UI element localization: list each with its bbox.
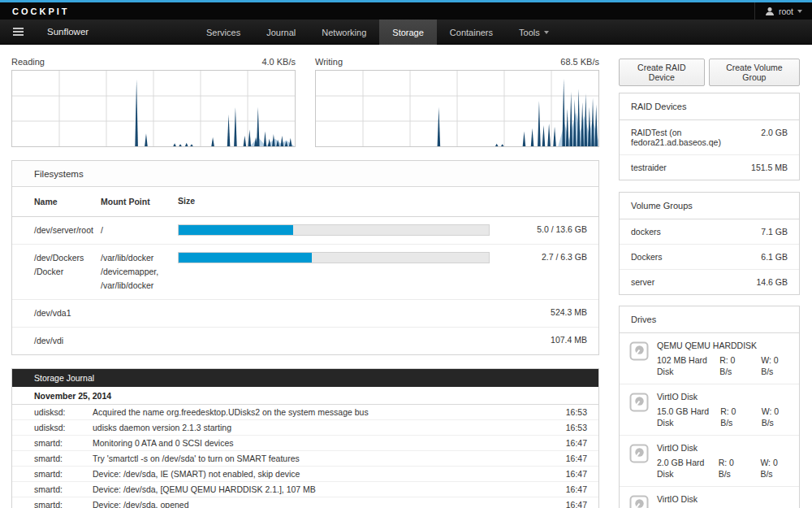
raid-device-row[interactable]: testraider 151.5 MB — [620, 155, 799, 180]
filesystems-title: Filesystems — [12, 161, 598, 187]
left-column: Reading 4.0 KB/s Writing 68.5 KB/s Files… — [11, 57, 599, 508]
usage-bar — [178, 252, 490, 263]
hard-disk-icon — [629, 493, 649, 508]
tab-networking[interactable]: Networking — [309, 20, 379, 45]
volume-group-row[interactable]: dockers 7.1 GB — [620, 219, 799, 245]
chevron-down-icon — [544, 31, 549, 34]
brand-logo: COCKPIT — [0, 7, 70, 16]
writing-graph-label: Writing — [315, 57, 343, 67]
filesystem-row[interactable]: /dev/vdi 107.4 MB — [12, 328, 598, 354]
hard-disk-icon — [629, 391, 649, 428]
journal-row[interactable]: udisksd: Acquired the name org.freedeskt… — [12, 405, 598, 420]
reading-graph-label: Reading — [11, 57, 45, 67]
volume-groups-panel: Volume Groups dockers 7.1 GB Dockers 6.1… — [619, 192, 800, 295]
storage-journal-title: Storage Journal — [12, 369, 598, 387]
filesystem-row[interactable]: /dev/Dockers /Docker /var/lib/docker /de… — [12, 245, 598, 300]
column-header-name: Name — [34, 195, 101, 209]
create-raid-device-button[interactable]: Create RAID Device — [619, 59, 705, 86]
volume-groups-title: Volume Groups — [620, 193, 799, 219]
filesystem-size: 524.3 MB — [490, 306, 587, 319]
hard-disk-icon — [629, 340, 649, 377]
writing-graph-value: 68.5 KB/s — [560, 57, 599, 67]
storage-journal-panel: Storage Journal November 25, 2014 udisks… — [11, 368, 599, 508]
tab-containers[interactable]: Containers — [437, 20, 506, 45]
masthead: COCKPIT root — [0, 2, 812, 20]
drive-row[interactable]: VirtIO Disk 15.0 GB Hard DiskR: 0 B/sW: … — [620, 384, 799, 436]
reading-graph-block: Reading 4.0 KB/s — [11, 57, 296, 147]
chevron-down-icon — [797, 10, 802, 13]
raid-devices-title: RAID Devices — [620, 93, 799, 120]
drive-row[interactable]: VirtIO Disk 2.0 GB Hard DiskR: 0 B/sW: 0… — [620, 487, 799, 508]
volume-group-row[interactable]: Dockers 6.1 GB — [620, 245, 799, 270]
journal-row[interactable]: smartd: Try 'smartctl -s on /dev/sda' to… — [12, 451, 598, 467]
filesystem-row[interactable]: /dev/server/root / 5.0 / 13.6 GB — [12, 217, 598, 245]
column-header-mount: Mount Point — [101, 195, 178, 209]
writing-graph — [315, 70, 599, 147]
reading-graph — [11, 70, 296, 147]
drives-panel: Drives QEMU QEMU HARDDISK 102 MB Hard Di… — [619, 306, 800, 508]
volume-group-row[interactable]: server 14.6 GB — [620, 270, 799, 294]
tab-tools[interactable]: Tools — [506, 20, 562, 45]
io-graphs: Reading 4.0 KB/s Writing 68.5 KB/s — [11, 57, 599, 147]
filesystem-row[interactable]: /dev/vda1 524.3 MB — [12, 300, 598, 328]
tab-journal[interactable]: Journal — [253, 20, 309, 45]
usage-bar — [178, 224, 490, 236]
tab-storage[interactable]: Storage — [379, 20, 437, 45]
journal-date: November 25, 2014 — [12, 387, 598, 405]
menu-icon[interactable] — [0, 20, 36, 44]
writing-graph-block: Writing 68.5 KB/s — [315, 57, 599, 147]
drive-row[interactable]: VirtIO Disk 2.0 GB Hard DiskR: 0 B/sW: 0… — [620, 436, 799, 487]
raid-devices-panel: RAID Devices RAIDTest (on fedora21.ad.ba… — [619, 93, 800, 180]
journal-row[interactable]: smartd: Monitoring 0 ATA and 0 SCSI devi… — [12, 436, 598, 451]
journal-row[interactable]: smartd: Device: /dev/sda, opened 16:47 — [12, 497, 598, 508]
drive-row[interactable]: QEMU QEMU HARDDISK 102 MB Hard DiskR: 0 … — [620, 333, 799, 384]
filesystem-size: 2.7 / 6.3 GB — [490, 251, 587, 263]
journal-row[interactable]: smartd: Device: /dev/sda, IE (SMART) not… — [12, 467, 598, 482]
hostname-label[interactable]: Sunflower — [36, 20, 100, 44]
hard-disk-icon — [629, 442, 649, 480]
main-navbar: Sunflower Services Journal Networking St… — [0, 20, 812, 45]
nav-tabs: Services Journal Networking Storage Cont… — [193, 20, 562, 45]
user-name: root — [779, 7, 793, 16]
right-column: Create RAID Device Create Volume Group R… — [619, 59, 800, 508]
tab-services[interactable]: Services — [193, 20, 253, 45]
user-menu[interactable]: root — [754, 2, 812, 20]
raid-device-row[interactable]: RAIDTest (on fedora21.ad.baseos.qe) 2.0 … — [620, 120, 799, 155]
drives-title: Drives — [620, 306, 799, 333]
reading-graph-value: 4.0 KB/s — [261, 57, 296, 67]
filesystems-panel: Filesystems Name Mount Point Size /dev/s… — [11, 160, 599, 355]
filesystem-size: 107.4 MB — [490, 334, 587, 346]
filesystem-size: 5.0 / 13.6 GB — [490, 224, 587, 236]
journal-row[interactable]: udisksd: udisks daemon version 2.1.3 sta… — [12, 420, 598, 436]
user-icon — [765, 7, 775, 16]
column-header-size: Size — [178, 195, 490, 206]
create-volume-group-button[interactable]: Create Volume Group — [709, 59, 800, 86]
journal-row[interactable]: smartd: Device: /dev/sda, [QEMU QEMU HAR… — [12, 482, 598, 497]
content-area: Reading 4.0 KB/s Writing 68.5 KB/s Files… — [0, 45, 812, 508]
filesystems-header-row: Name Mount Point Size — [12, 187, 598, 217]
